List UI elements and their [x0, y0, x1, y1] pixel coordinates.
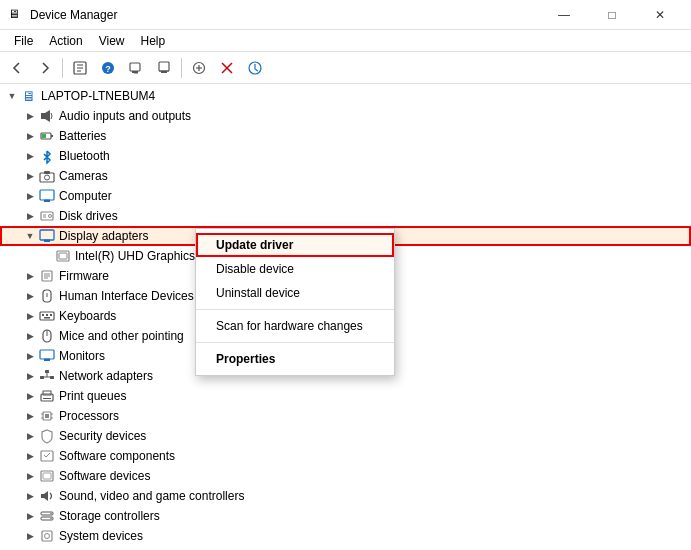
svg-text:?: ? [105, 64, 111, 74]
computer-tree-icon [38, 187, 56, 205]
monitors-label: Monitors [59, 349, 105, 363]
ctx-update-driver[interactable]: Update driver [196, 233, 394, 257]
disk-expand-icon: ▶ [22, 208, 38, 224]
menu-action[interactable]: Action [41, 32, 90, 50]
network-label: Network adapters [59, 369, 153, 383]
context-menu: Update driver Disable device Uninstall d… [195, 228, 395, 376]
softwaredev-icon [38, 467, 56, 485]
forward-button[interactable] [32, 55, 58, 81]
svg-rect-25 [44, 171, 50, 174]
tree-item-print[interactable]: ▶ Print queues [0, 386, 691, 406]
network-icon [38, 367, 56, 385]
mice-label: Mice and other pointing [59, 329, 184, 343]
svg-rect-26 [40, 190, 54, 200]
sound-expand-icon: ▶ [22, 488, 38, 504]
tree-item-processors[interactable]: ▶ Processors [0, 406, 691, 426]
tree-item-bluetooth[interactable]: ▶ Bluetooth [0, 146, 691, 166]
keyboards-label: Keyboards [59, 309, 116, 323]
menu-file[interactable]: File [6, 32, 41, 50]
tree-item-audio[interactable]: ▶ Audio inputs and outputs [0, 106, 691, 126]
tree-item-softwarecomp[interactable]: ▶ Software components [0, 446, 691, 466]
display-icon [38, 227, 56, 245]
svg-point-24 [45, 175, 50, 180]
menu-bar: File Action View Help [0, 30, 691, 52]
properties-button[interactable] [67, 55, 93, 81]
tree-item-softwaredev[interactable]: ▶ Software devices [0, 466, 691, 486]
ctx-disable-device[interactable]: Disable device [196, 257, 394, 281]
app-icon: 🖥 [8, 7, 24, 23]
tree-item-storage[interactable]: ▶ Storage controllers [0, 506, 691, 526]
svg-rect-37 [59, 253, 67, 259]
back-button[interactable] [4, 55, 30, 81]
processors-expand-icon: ▶ [22, 408, 38, 424]
monitors-expand-icon: ▶ [22, 348, 38, 364]
root-label: LAPTOP-LTNEBUM4 [41, 89, 155, 103]
cameras-label: Cameras [59, 169, 108, 183]
update-driver-toolbar-button[interactable] [242, 55, 268, 81]
svg-rect-51 [40, 350, 54, 359]
system-label: System devices [59, 529, 143, 543]
minimize-button[interactable]: — [541, 0, 587, 30]
scan-button[interactable] [123, 55, 149, 81]
remove-button[interactable] [214, 55, 240, 81]
print-icon [38, 387, 56, 405]
security-expand-icon: ▶ [22, 428, 38, 444]
svg-marker-75 [44, 491, 48, 501]
tree-item-diskdrives[interactable]: ▶ Disk drives [0, 206, 691, 226]
sound-icon [38, 487, 56, 505]
tree-item-system[interactable]: ▶ System devices [0, 526, 691, 546]
batteries-icon [38, 127, 56, 145]
processors-icon [38, 407, 56, 425]
svg-rect-28 [44, 200, 50, 202]
audio-expand-icon: ▶ [22, 108, 38, 124]
print-label: Print queues [59, 389, 126, 403]
firmware-icon [38, 267, 56, 285]
add-button[interactable] [186, 55, 212, 81]
tree-item-sound[interactable]: ▶ Sound, video and game controllers [0, 486, 691, 506]
svg-rect-6 [130, 63, 140, 71]
ctx-properties[interactable]: Properties [196, 347, 394, 371]
svg-rect-62 [43, 398, 51, 399]
svg-rect-48 [44, 317, 50, 319]
firmware-label: Firmware [59, 269, 109, 283]
sound-label: Sound, video and game controllers [59, 489, 244, 503]
tree-item-security[interactable]: ▶ Security devices [0, 426, 691, 446]
maximize-button[interactable]: □ [589, 0, 635, 30]
processors-label: Processors [59, 409, 119, 423]
svg-rect-54 [45, 370, 49, 373]
svg-rect-18 [41, 113, 45, 119]
softwarecomp-expand-icon: ▶ [22, 448, 38, 464]
tree-root[interactable]: ▼ 🖥 LAPTOP-LTNEBUM4 [0, 86, 691, 106]
keyboards-icon [38, 307, 56, 325]
svg-marker-19 [45, 110, 50, 122]
softwarecomp-icon [38, 447, 56, 465]
softwaredev-label: Software devices [59, 469, 150, 483]
close-button[interactable]: ✕ [637, 0, 683, 30]
ctx-scan-hardware[interactable]: Scan for hardware changes [196, 314, 394, 338]
computer-icon: 🖥 [20, 87, 38, 105]
title-bar: 🖥 Device Manager — □ ✕ [0, 0, 691, 30]
menu-view[interactable]: View [91, 32, 133, 50]
menu-help[interactable]: Help [133, 32, 174, 50]
disk-icon [38, 207, 56, 225]
softwaredev-expand-icon: ▶ [22, 468, 38, 484]
display-expand-icon: ▼ [22, 228, 38, 244]
tree-item-usb1[interactable]: ▶ Universal Serial Bus controllers [0, 546, 691, 550]
bluetooth-label: Bluetooth [59, 149, 110, 163]
ctx-uninstall-device[interactable]: Uninstall device [196, 281, 394, 305]
computer-label: Computer [59, 189, 112, 203]
audio-label: Audio inputs and outputs [59, 109, 191, 123]
svg-rect-45 [42, 314, 44, 316]
scan-hw-button[interactable] [151, 55, 177, 81]
svg-point-81 [45, 534, 50, 539]
svg-point-79 [50, 518, 51, 519]
tree-item-computer[interactable]: ▶ Computer [0, 186, 691, 206]
svg-line-70 [44, 455, 46, 457]
help-button[interactable]: ? [95, 55, 121, 81]
svg-rect-35 [44, 240, 50, 242]
gpu-expand-icon [38, 248, 54, 264]
svg-rect-46 [46, 314, 48, 316]
tree-item-cameras[interactable]: ▶ Cameras [0, 166, 691, 186]
toolbar-sep-2 [181, 58, 182, 78]
tree-item-batteries[interactable]: ▶ Batteries [0, 126, 691, 146]
